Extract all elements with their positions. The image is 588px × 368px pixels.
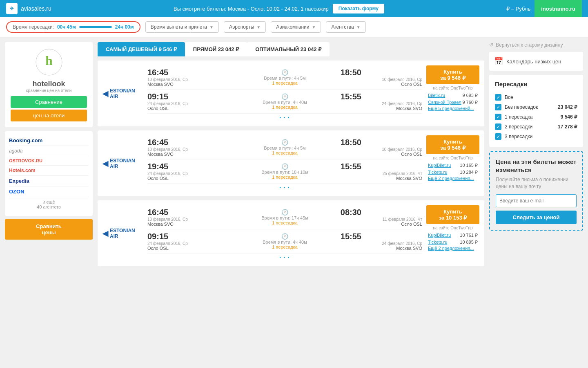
more-offers-3[interactable]: Ещё 2 предложения... [428,246,478,251]
transfer-badge-1-2[interactable]: 1 пересадка [240,105,330,110]
arr-date-3-2: 24 февраля 2016, Ср [333,241,422,246]
buy-site-1: на сайте OneTwoTrip [426,86,479,90]
prices-button[interactable]: цен на отели [11,110,87,121]
flight-middle-3-2: 🕐 Время в пути: 4ч 40м 1 пересадка [240,233,330,249]
sort-tabs: САМЫЙ ДЕШЕВЫЙ 9 546 ₽ ПРЯМОЙ 23 042 ₽ ОП… [98,42,484,56]
alt-price-name-3-2[interactable]: Tickets.ru [428,240,447,245]
transfer-checkbox-3[interactable]: ✓ [495,133,501,140]
partner-expedia[interactable]: Expedia [9,176,89,186]
svg-text:h: h [45,53,53,68]
airports-dropdown[interactable]: Аэропорты ▼ [224,21,266,33]
transfer-checkbox-2[interactable]: ✓ [495,123,501,130]
dep-block-1-2: 09:15 24 февраля 2016, Ср Осло OSL [147,92,237,111]
agents-dropdown[interactable]: Агентства ▼ [326,21,365,33]
alt-price-name-2-2[interactable]: Tickets.ru [428,170,447,175]
more-offers-2[interactable]: Ещё 2 предложения... [428,176,478,181]
transfer-time-max: 24ч 00м [115,24,134,30]
calendar-icon: 📅 [494,57,503,66]
dep-date-1-1: 10 февраля 2016, Ср [147,77,237,82]
buy-button-3[interactable]: Купитьза 10 153 ₽ [426,205,479,224]
flight-middle-1-1: 🕐 Время в пути: 4ч 5м 1 пересадка [240,69,330,85]
arr-city-3-2: Москва SVO [333,246,422,251]
buy-button-2[interactable]: Купитьза 9 546 ₽ [426,135,479,154]
flight-results: САМЫЙ ДЕШЕВЫЙ 9 546 ₽ ПРЯМОЙ 23 042 ₽ ОП… [98,42,484,270]
transfer-badge-2-1[interactable]: 1 пересадка [240,150,330,155]
transfer-badge-2-2[interactable]: 1 пересадка [240,175,330,180]
partner-booking[interactable]: Booking.com [9,135,89,146]
track-price-button[interactable]: Следить за ценой [496,211,577,224]
transfer-option-all: ✓ Все [495,92,577,102]
tab-direct[interactable]: ПРЯМОЙ 23 042 ₽ [185,42,247,56]
dep-time-2-2: 19:45 [147,162,176,171]
dep-city-1-1: Москва SVO [147,82,237,87]
arr-date-3-1: 11 февраля 2016, Чт [333,217,422,222]
more-dots-2: • • • [147,184,422,191]
transfer-time-filter[interactable]: Время пересадки: 00ч 45м 24ч 00м [6,21,140,33]
dep-time-2-1: 16:45 [147,138,176,147]
partner-site-button[interactable]: inostranno.ru [535,0,582,17]
transfer-price-2: 17 278 ₽ [558,124,577,130]
alt-price-val-2-1: 10 165 ₽ [460,163,478,168]
compare-prices-button[interactable]: Сравнить цены [5,219,93,240]
transfer-checkbox-all[interactable]: ✓ [495,94,501,101]
calendar-widget[interactable]: 📅 Календарь низких цен [489,52,583,71]
arr-block-1-1: 18:50 10 февраля 2016, Ср Осло OSL [333,68,422,87]
alt-price-name-3-1[interactable]: KupiBilet.ru [428,233,451,238]
transfer-checkbox-1[interactable]: ✓ [495,114,501,120]
partner-agoda[interactable]: agoda [9,146,89,156]
email-input[interactable] [496,194,577,207]
airlines-dropdown[interactable]: Авиакомпании ▼ [271,21,321,33]
arr-city-1-2: Москва SVO [333,106,422,111]
price-alert: Цена на эти билеты может измениться Полу… [489,151,583,231]
header-center: Вы смотрите билеты: Москва - Осло, 10.02… [174,4,384,13]
arr-block-1-2: 15:55 24 февраля 2016, Ср Москва SVO [333,92,422,111]
arr-time-1-1: 18:50 [333,68,361,77]
filter-bar: Время пересадки: 00ч 45м 24ч 00м Время в… [0,17,588,37]
transfers-panel: Пересадки ✓ Все ✓ Без пересадок 23 042 ₽… [489,75,583,147]
currency-selector[interactable]: ₽ – Рубль [506,6,530,12]
compare-button[interactable]: Сравнение [11,96,87,108]
transfer-badge-1-1[interactable]: 1 пересадка [240,81,330,85]
calendar-text: Календарь низких цен [506,58,561,65]
partner-ostrovok[interactable]: ostrovok.ru [9,156,89,166]
back-link[interactable]: ↺ Вернуться к старому дизайну [489,42,583,48]
partner-ozon[interactable]: OZON [9,186,89,197]
alt-price-name-1-2[interactable]: Связной Трэвел [428,100,461,105]
transfer-time-slider[interactable] [79,26,112,28]
transfer-option-3: ✓ 3 пересадки [495,132,577,141]
right-panel: ↺ Вернуться к старому дизайну 📅 Календар… [489,42,583,270]
more-dots-1: • • • [147,114,422,121]
flight-card-3: ◀ ESTONIAN AIR 16:45 10 февраля 2016, Ср… [98,200,484,266]
alt-price-name-2-1[interactable]: KupiBilet.ru [428,163,451,168]
buy-button-1[interactable]: Купитьза 9 546 ₽ [426,65,479,84]
alt-price-name-1-1[interactable]: Biletix.ru [428,93,445,98]
alt-price-val-2-2: 10 284 ₽ [460,170,478,175]
more-offers-1[interactable]: Ещё 5 предложений... [428,106,478,111]
airline-arrow-icon: ◀ [102,89,108,98]
transfer-badge-3-1[interactable]: 1 пересадка [240,220,330,225]
dep-date-2-2: 24 февраля 2016, Ср [147,171,237,176]
flight-time-dropdown[interactable]: Время вылета и прилета ▼ [145,21,219,33]
dep-city-3-1: Москва SVO [147,222,237,227]
header: ✈ aviasales.ru Вы смотрите билеты: Москв… [0,0,588,17]
alt-prices-1: Biletix.ru 9 693 ₽ Связной Трэвел 9 760 … [426,92,479,111]
show-form-button[interactable]: Показать форму [333,4,384,13]
tab-optimal[interactable]: ОПТИМАЛЬНЫЙ 23 042 ₽ [247,42,330,56]
partner-hotels[interactable]: Hotels.com [9,166,89,176]
dep-city-2-2: Осло OSL [147,176,237,181]
hotel-name: hotellook [11,80,87,88]
alt-price-row-1-2: Связной Трэвел 9 760 ₽ [428,99,478,106]
dep-date-2-1: 10 февраля 2016, Ср [147,147,237,152]
buy-col-3: Купитьза 10 153 ₽ на сайте OneTwoTrip Ku… [426,205,479,261]
arr-date-2-2: 25 февраля 2016, Чт [333,171,422,176]
airline-arrow-icon: ◀ [102,159,108,168]
transfer-time-min: 00ч 45м [57,24,76,30]
dep-time-3-1: 16:45 [147,208,176,217]
transfer-badge-3-2[interactable]: 1 пересадка [240,245,330,249]
transfer-checkbox-0[interactable]: ✓ [495,104,501,110]
arr-time-1-2: 15:55 [333,92,361,101]
tab-cheapest[interactable]: САМЫЙ ДЕШЕВЫЙ 9 546 ₽ [98,42,185,56]
price-alert-sub: Получайте письма о понижении цены на ваш… [496,176,577,190]
duration-2-1: Время в пути: 4ч 5м [240,146,330,150]
dep-city-3-2: Осло OSL [147,246,237,251]
